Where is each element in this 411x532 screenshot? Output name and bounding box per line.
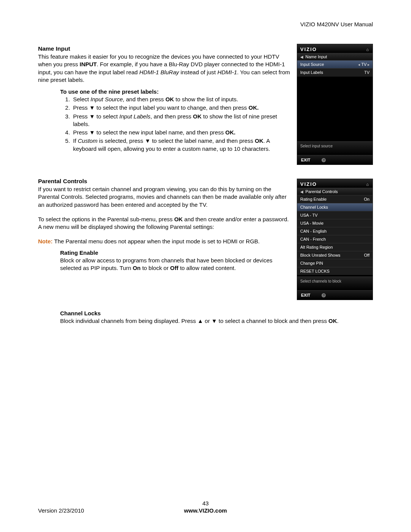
section-name-input-wrap: Name Input This feature makes it easier … — [38, 44, 373, 173]
doc-title: VIZIO M420NV User Manual — [300, 21, 373, 27]
paragraph: Block individual channels from being dis… — [60, 317, 373, 325]
gap — [38, 173, 373, 176]
text: To select the options in the Parental su… — [38, 216, 174, 222]
text: to allow rated content. — [178, 265, 236, 271]
osd-breadcrumb: ◀ Name Input — [297, 53, 373, 60]
paragraph: To select the options in the Parental su… — [38, 216, 292, 231]
osd-exit[interactable]: EXIT — [301, 293, 310, 297]
chevron-left-icon: ◂ — [358, 62, 361, 67]
text: If — [73, 137, 78, 144]
step-5: If Custom is selected, press ▼ to select… — [72, 137, 292, 153]
row-label: Block Unrated Shows — [300, 253, 340, 257]
osd-hint: Select channels to block — [297, 276, 373, 290]
home-icon: ⌂ — [366, 47, 370, 52]
row-label: CAN - English — [300, 229, 327, 233]
osd-row[interactable]: Block Unrated ShowsOff — [297, 251, 373, 259]
row-label: Alt Rating Region — [300, 245, 333, 249]
row-label: USA - Movie — [300, 221, 323, 225]
row-value: TV — [361, 62, 366, 67]
text-bold: OK — [193, 113, 202, 120]
text: Press ▼ to select — [73, 113, 119, 120]
osd-footer: EXIT ? — [297, 155, 373, 165]
note-text: The Parental menu does not appear when t… — [53, 238, 260, 244]
row-label: Channel Locks — [300, 205, 328, 209]
osd-rows: Rating EnableOnChannel LocksUSA - TVUSA … — [297, 195, 373, 275]
osd-row[interactable]: USA - Movie — [297, 219, 373, 227]
chevron-right-icon: ▸ — [366, 62, 370, 67]
page-footer: Version 2/23/2010 43 www.VIZIO.com — [38, 507, 373, 514]
text: Block individual channels from being dis… — [60, 318, 328, 324]
breadcrumb-label: Name Input — [306, 54, 327, 59]
osd-row[interactable]: USA - TV — [297, 211, 373, 219]
paragraph: If you want to restrict certain channel … — [38, 185, 292, 209]
site-url: www.VIZIO.com — [38, 507, 373, 514]
row-value-wrap: ◂ TV ▸ — [358, 62, 370, 67]
footer-center: 43 www.VIZIO.com — [38, 500, 373, 514]
row-value: Off — [364, 253, 370, 257]
row-label: USA - TV — [300, 213, 318, 217]
step-4: Press ▼ to select the new input label na… — [72, 129, 292, 136]
heading-rating-enable: Rating Enable — [60, 249, 292, 256]
osd-exit[interactable]: EXIT — [301, 158, 310, 162]
home-icon: ⌂ — [366, 182, 370, 187]
osd-hint: Select input source — [297, 141, 373, 155]
text: to show the list of inputs. — [174, 96, 238, 102]
text-bold: INPUT — [80, 61, 97, 67]
osd-row-input-labels[interactable]: Input Labels TV — [297, 68, 373, 76]
text: to block or — [141, 265, 170, 271]
osd-parental: VIZIO ⌂ ◀ Parental Controls Rating Enabl… — [297, 179, 373, 300]
text-bold: OK — [255, 137, 264, 144]
osd-breadcrumb: ◀ Parental Controls — [297, 188, 373, 195]
row-label: RESET LOCKS — [300, 269, 330, 273]
text-bold: Off — [170, 265, 178, 271]
text: instead of just — [179, 69, 217, 75]
text: . — [337, 318, 339, 324]
chevron-left-icon: ◀ — [300, 190, 306, 194]
osd-row[interactable]: CAN - English — [297, 227, 373, 235]
row-label: Input Labels — [300, 70, 323, 75]
heading-channel-locks: Channel Locks — [60, 310, 373, 316]
osd-row[interactable]: Change PIN — [297, 259, 373, 267]
osd-brand-row: VIZIO ⌂ — [297, 179, 373, 188]
text-italic: Input Labels — [119, 113, 151, 120]
text-bold: OK. — [225, 129, 236, 136]
note: Note: The Parental menu does not appear … — [38, 238, 292, 245]
row-label: CAN - French — [300, 237, 326, 241]
text-italic: HDMI-1 BluRay — [139, 69, 179, 75]
subsection-rating-enable: Rating Enable Block or allow access to p… — [60, 249, 292, 272]
osd-brand: VIZIO — [300, 181, 317, 187]
osd-spacer — [297, 76, 373, 141]
paragraph: Block or allow access to programs from c… — [60, 257, 292, 272]
text-bold: OK. — [249, 104, 259, 111]
text: and then press — [124, 96, 166, 102]
osd-footer: EXIT ? — [297, 290, 373, 300]
help-icon[interactable]: ? — [322, 293, 326, 297]
text: Press ▼ to select the new input label na… — [73, 129, 225, 136]
text: Select — [73, 96, 91, 102]
osd-brand-row: VIZIO ⌂ — [297, 44, 373, 53]
osd-row[interactable]: CAN - French — [297, 235, 373, 243]
osd-name-input-col: VIZIO ⌂ ◀ Name Input Input Source ◂ TV ▸… — [297, 44, 373, 173]
page-content: Name Input This feature makes it easier … — [38, 44, 373, 325]
text-bold: OK — [166, 96, 174, 102]
step-2: Press ▼ to select the input label you wa… — [72, 104, 292, 112]
osd-name-input: VIZIO ⌂ ◀ Name Input Input Source ◂ TV ▸… — [297, 44, 373, 165]
manual-page: VIZIO M420NV User Manual Name Input This… — [0, 0, 411, 532]
osd-row-input-source[interactable]: Input Source ◂ TV ▸ — [297, 60, 373, 68]
page-number: 43 — [202, 500, 209, 506]
text-bold: OK — [174, 216, 183, 222]
help-icon[interactable]: ? — [322, 158, 326, 162]
step-3: Press ▼ to select Input Labels, and then… — [72, 113, 292, 128]
row-value: On — [364, 197, 370, 201]
osd-parental-col: VIZIO ⌂ ◀ Parental Controls Rating Enabl… — [297, 176, 373, 308]
osd-row[interactable]: RESET LOCKS — [297, 267, 373, 275]
heading-name-input: Name Input — [38, 45, 292, 52]
osd-row[interactable]: Alt Rating Region — [297, 243, 373, 251]
row-label: Change PIN — [300, 261, 323, 265]
osd-row[interactable]: Rating EnableOn — [297, 195, 373, 203]
text-italic: Custom — [78, 137, 98, 144]
text: Press ▼ to select the input label you wa… — [73, 104, 249, 111]
subsection-channel-locks: Channel Locks Block individual channels … — [60, 310, 373, 325]
steps-list: Select Input Source, and then press OK t… — [60, 96, 292, 153]
osd-row[interactable]: Channel Locks — [297, 203, 373, 211]
